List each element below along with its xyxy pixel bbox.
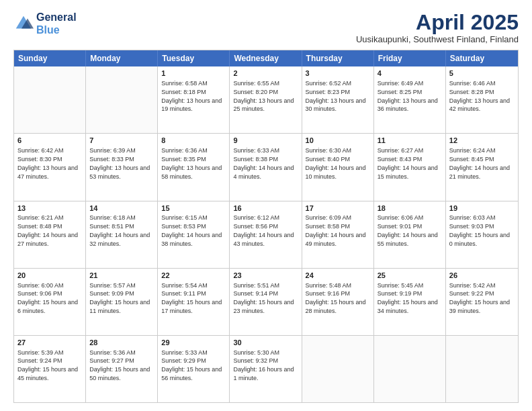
day-cell-7: 7Sunrise: 6:39 AM Sunset: 8:33 PM Daylig… xyxy=(86,134,158,200)
header-day-monday: Monday xyxy=(86,50,158,66)
day-number: 30 xyxy=(233,338,298,348)
day-number: 28 xyxy=(89,338,154,348)
empty-cell xyxy=(86,66,158,133)
day-number: 24 xyxy=(306,271,370,281)
sun-info: Sunrise: 6:52 AM Sunset: 8:23 PM Dayligh… xyxy=(306,80,366,112)
header-day-friday: Friday xyxy=(374,50,446,66)
day-cell-22: 22Sunrise: 5:54 AM Sunset: 9:11 PM Dayli… xyxy=(158,269,230,335)
day-number: 5 xyxy=(449,68,515,79)
calendar-body: 1Sunrise: 6:58 AM Sunset: 8:18 PM Daylig… xyxy=(14,66,518,402)
header-day-wednesday: Wednesday xyxy=(230,50,302,66)
day-number: 12 xyxy=(449,136,515,146)
day-cell-14: 14Sunrise: 6:18 AM Sunset: 8:51 PM Dayli… xyxy=(86,201,158,268)
day-cell-4: 4Sunrise: 6:49 AM Sunset: 8:25 PM Daylig… xyxy=(374,66,446,133)
sun-info: Sunrise: 6:46 AM Sunset: 8:28 PM Dayligh… xyxy=(449,80,510,112)
day-number: 21 xyxy=(89,271,154,281)
month-title: April 2025 xyxy=(356,11,519,34)
day-cell-29: 29Sunrise: 5:33 AM Sunset: 9:29 PM Dayli… xyxy=(158,336,230,402)
day-number: 4 xyxy=(378,68,442,79)
sun-info: Sunrise: 6:09 AM Sunset: 8:58 PM Dayligh… xyxy=(306,214,366,246)
day-number: 9 xyxy=(233,136,298,146)
calendar-week-2: 6Sunrise: 6:42 AM Sunset: 8:30 PM Daylig… xyxy=(14,133,518,200)
header-day-saturday: Saturday xyxy=(446,50,518,66)
sun-info: Sunrise: 6:49 AM Sunset: 8:25 PM Dayligh… xyxy=(378,80,438,112)
day-number: 25 xyxy=(378,271,442,281)
day-number: 20 xyxy=(17,271,82,281)
day-number: 18 xyxy=(378,203,442,214)
day-number: 8 xyxy=(161,136,226,146)
day-number: 17 xyxy=(306,203,370,214)
day-cell-17: 17Sunrise: 6:09 AM Sunset: 8:58 PM Dayli… xyxy=(302,201,374,268)
day-number: 26 xyxy=(449,271,515,281)
sun-info: Sunrise: 6:21 AM Sunset: 8:48 PM Dayligh… xyxy=(17,214,78,246)
header-day-tuesday: Tuesday xyxy=(158,50,230,66)
day-cell-2: 2Sunrise: 6:55 AM Sunset: 8:20 PM Daylig… xyxy=(230,66,302,133)
logo-text: General Blue xyxy=(36,11,77,36)
day-number: 15 xyxy=(161,203,226,214)
day-cell-3: 3Sunrise: 6:52 AM Sunset: 8:23 PM Daylig… xyxy=(302,66,374,133)
sun-info: Sunrise: 5:54 AM Sunset: 9:11 PM Dayligh… xyxy=(161,282,222,314)
header-day-thursday: Thursday xyxy=(302,50,374,66)
sun-info: Sunrise: 6:58 AM Sunset: 8:18 PM Dayligh… xyxy=(161,80,222,112)
sun-info: Sunrise: 5:42 AM Sunset: 9:22 PM Dayligh… xyxy=(449,282,510,314)
day-cell-12: 12Sunrise: 6:24 AM Sunset: 8:45 PM Dayli… xyxy=(446,134,518,200)
day-cell-30: 30Sunrise: 5:30 AM Sunset: 9:32 PM Dayli… xyxy=(230,336,302,402)
sun-info: Sunrise: 5:33 AM Sunset: 9:29 PM Dayligh… xyxy=(161,349,222,381)
empty-cell xyxy=(374,336,446,402)
calendar-week-3: 13Sunrise: 6:21 AM Sunset: 8:48 PM Dayli… xyxy=(14,201,518,268)
day-cell-9: 9Sunrise: 6:33 AM Sunset: 8:38 PM Daylig… xyxy=(230,134,302,200)
day-cell-8: 8Sunrise: 6:36 AM Sunset: 8:35 PM Daylig… xyxy=(158,134,230,200)
calendar-header: SundayMondayTuesdayWednesdayThursdayFrid… xyxy=(14,50,518,66)
title-block: April 2025 Uusikaupunki, Southwest Finla… xyxy=(356,11,519,44)
sun-info: Sunrise: 5:36 AM Sunset: 9:27 PM Dayligh… xyxy=(89,349,150,381)
calendar: SundayMondayTuesdayWednesdayThursdayFrid… xyxy=(13,50,519,403)
day-number: 10 xyxy=(306,136,370,146)
day-cell-5: 5Sunrise: 6:46 AM Sunset: 8:28 PM Daylig… xyxy=(446,66,518,133)
day-cell-1: 1Sunrise: 6:58 AM Sunset: 8:18 PM Daylig… xyxy=(158,66,230,133)
day-cell-27: 27Sunrise: 5:39 AM Sunset: 9:24 PM Dayli… xyxy=(14,336,86,402)
day-number: 11 xyxy=(378,136,442,146)
day-cell-26: 26Sunrise: 5:42 AM Sunset: 9:22 PM Dayli… xyxy=(446,269,518,335)
sun-info: Sunrise: 6:12 AM Sunset: 8:56 PM Dayligh… xyxy=(233,214,294,246)
sun-info: Sunrise: 6:03 AM Sunset: 9:03 PM Dayligh… xyxy=(449,214,510,246)
empty-cell xyxy=(302,336,374,402)
day-cell-13: 13Sunrise: 6:21 AM Sunset: 8:48 PM Dayli… xyxy=(14,201,86,268)
day-number: 7 xyxy=(89,136,154,146)
sun-info: Sunrise: 5:45 AM Sunset: 9:19 PM Dayligh… xyxy=(378,282,438,314)
sun-info: Sunrise: 5:30 AM Sunset: 9:32 PM Dayligh… xyxy=(233,349,294,381)
sun-info: Sunrise: 5:39 AM Sunset: 9:24 PM Dayligh… xyxy=(17,349,78,381)
day-number: 6 xyxy=(17,136,82,146)
day-number: 27 xyxy=(17,338,82,348)
sun-info: Sunrise: 6:06 AM Sunset: 9:01 PM Dayligh… xyxy=(378,214,438,246)
day-cell-19: 19Sunrise: 6:03 AM Sunset: 9:03 PM Dayli… xyxy=(446,201,518,268)
day-cell-23: 23Sunrise: 5:51 AM Sunset: 9:14 PM Dayli… xyxy=(230,269,302,335)
day-cell-25: 25Sunrise: 5:45 AM Sunset: 9:19 PM Dayli… xyxy=(374,269,446,335)
calendar-week-5: 27Sunrise: 5:39 AM Sunset: 9:24 PM Dayli… xyxy=(14,335,518,402)
sun-info: Sunrise: 5:48 AM Sunset: 9:16 PM Dayligh… xyxy=(306,282,366,314)
day-number: 13 xyxy=(17,203,82,214)
sun-info: Sunrise: 6:55 AM Sunset: 8:20 PM Dayligh… xyxy=(233,80,294,112)
day-number: 23 xyxy=(233,271,298,281)
logo-icon xyxy=(13,13,34,34)
sun-info: Sunrise: 6:30 AM Sunset: 8:40 PM Dayligh… xyxy=(306,147,366,179)
header-day-sunday: Sunday xyxy=(14,50,86,66)
sun-info: Sunrise: 6:00 AM Sunset: 9:06 PM Dayligh… xyxy=(17,282,78,314)
calendar-week-1: 1Sunrise: 6:58 AM Sunset: 8:18 PM Daylig… xyxy=(14,66,518,133)
sun-info: Sunrise: 5:57 AM Sunset: 9:09 PM Dayligh… xyxy=(89,282,150,314)
sun-info: Sunrise: 6:39 AM Sunset: 8:33 PM Dayligh… xyxy=(89,147,150,179)
day-number: 22 xyxy=(161,271,226,281)
day-cell-15: 15Sunrise: 6:15 AM Sunset: 8:53 PM Dayli… xyxy=(158,201,230,268)
page: General Blue April 2025 Uusikaupunki, So… xyxy=(0,0,532,411)
day-cell-10: 10Sunrise: 6:30 AM Sunset: 8:40 PM Dayli… xyxy=(302,134,374,200)
day-number: 14 xyxy=(89,203,154,214)
day-number: 1 xyxy=(161,68,226,79)
day-number: 2 xyxy=(233,68,298,79)
sun-info: Sunrise: 5:51 AM Sunset: 9:14 PM Dayligh… xyxy=(233,282,294,314)
day-cell-28: 28Sunrise: 5:36 AM Sunset: 9:27 PM Dayli… xyxy=(86,336,158,402)
day-cell-18: 18Sunrise: 6:06 AM Sunset: 9:01 PM Dayli… xyxy=(374,201,446,268)
sun-info: Sunrise: 6:24 AM Sunset: 8:45 PM Dayligh… xyxy=(449,147,510,179)
sun-info: Sunrise: 6:15 AM Sunset: 8:53 PM Dayligh… xyxy=(161,214,222,246)
day-cell-21: 21Sunrise: 5:57 AM Sunset: 9:09 PM Dayli… xyxy=(86,269,158,335)
sun-info: Sunrise: 6:42 AM Sunset: 8:30 PM Dayligh… xyxy=(17,147,78,179)
day-number: 29 xyxy=(161,338,226,348)
